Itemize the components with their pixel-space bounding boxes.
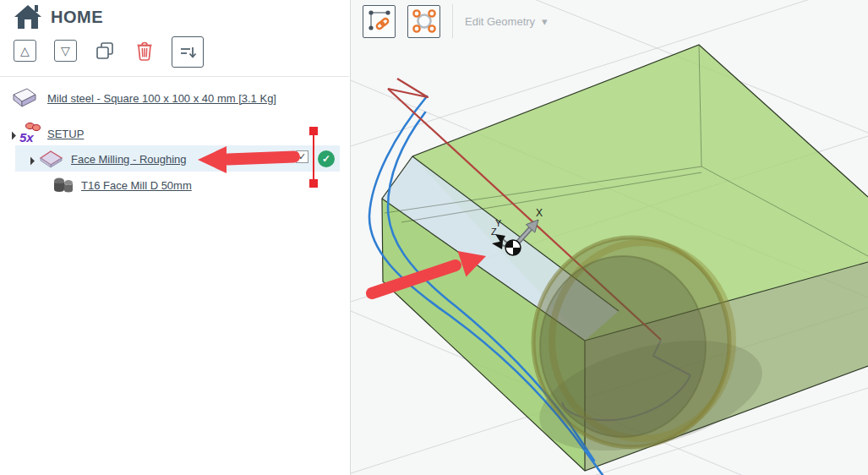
- tool-link[interactable]: T16 Face Mill D 50mm: [81, 179, 192, 192]
- sort-descending-icon: [177, 41, 199, 63]
- scrubber-handle-bottom[interactable]: [309, 179, 318, 188]
- move-up-button[interactable]: △: [14, 40, 36, 62]
- copy-icon: [95, 41, 115, 61]
- home-icon[interactable]: [14, 3, 42, 30]
- chain-link-icon: [368, 9, 391, 33]
- tree-row-stock: Mild steel - Square 100 x 100 x 40 mm [3…: [7, 85, 276, 111]
- setup-expander-icon[interactable]: [3, 128, 16, 140]
- setup-link[interactable]: SETUP: [47, 128, 84, 140]
- operations-panel: HOME △ ▽: [0, 0, 351, 475]
- operation-link[interactable]: Face Milling - Roughing: [71, 153, 187, 166]
- scrubber-handle-top[interactable]: [309, 127, 318, 135]
- edit-geometry-dropdown[interactable]: Edit Geometry ▾: [465, 15, 548, 28]
- app-window: HOME △ ▽: [0, 0, 868, 475]
- operations-toolbar: △ ▽: [0, 36, 350, 70]
- tree-row-tool: T16 Face Mill D 50mm: [52, 174, 192, 196]
- chevron-down-icon: ▾: [542, 15, 548, 28]
- triangle-up-icon: △: [20, 45, 30, 57]
- trash-icon: [135, 41, 154, 61]
- tree-row-operation: Face Milling - Roughing: [25, 147, 187, 171]
- move-down-button[interactable]: ▽: [54, 40, 77, 62]
- viewport-panel: X Y Z: [351, 0, 868, 475]
- triangle-down-icon: ▽: [61, 45, 70, 57]
- sort-operations-button[interactable]: [172, 36, 204, 68]
- operation-status-badge: ✓: [318, 150, 335, 167]
- tree-row-setup: 5x SETUP: [7, 121, 84, 146]
- viewport-toolbar-divider: [452, 4, 453, 38]
- pattern-points-button[interactable]: [407, 5, 440, 38]
- tool-icon: [52, 176, 74, 194]
- duplicate-button[interactable]: [93, 40, 117, 62]
- link-geometry-button[interactable]: [363, 5, 396, 38]
- 3d-viewport[interactable]: X Y Z: [351, 0, 868, 475]
- point-pattern-icon: [412, 9, 436, 33]
- toolbar-separator: [0, 76, 349, 77]
- viewport-toolbar: Edit Geometry ▾: [363, 4, 548, 38]
- stock-link[interactable]: Mild steel - Square 100 x 100 x 40 mm [3…: [47, 92, 276, 105]
- status-check-icon: ✓: [322, 153, 330, 165]
- edit-geometry-label: Edit Geometry: [465, 15, 535, 28]
- setup-5x-icon: 5x: [19, 123, 41, 145]
- delete-button[interactable]: [133, 40, 156, 62]
- axis-x-label: X: [536, 207, 543, 219]
- page-title: HOME: [51, 8, 103, 27]
- operation-scrubber-line[interactable]: [313, 131, 314, 182]
- panel-header: HOME: [14, 3, 103, 30]
- stock-icon: [7, 86, 39, 110]
- axis-z-label: Z: [491, 227, 497, 237]
- tutorial-arrow-operation: [193, 143, 304, 177]
- face-milling-icon: [38, 149, 64, 170]
